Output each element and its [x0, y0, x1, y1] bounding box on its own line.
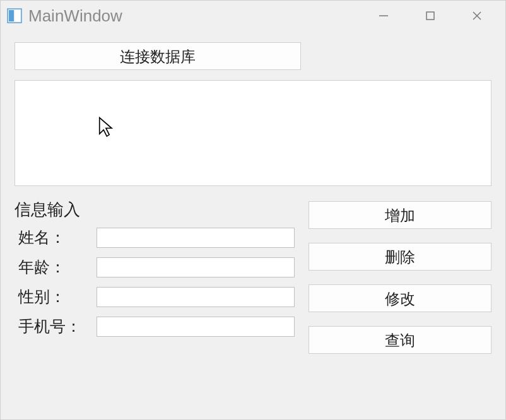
row-age: 年龄：: [15, 257, 295, 277]
lower-area: 信息输入 姓名： 年龄： 性别： 手机号：: [15, 199, 491, 354]
input-name[interactable]: [97, 228, 295, 248]
svg-rect-1: [9, 10, 14, 21]
input-phone[interactable]: [97, 317, 295, 337]
modify-button[interactable]: 修改: [309, 284, 491, 312]
close-button[interactable]: [454, 1, 500, 31]
add-button[interactable]: 增加: [309, 201, 491, 229]
form-column: 信息输入 姓名： 年龄： 性别： 手机号：: [15, 199, 295, 354]
form-section-title: 信息输入: [15, 199, 295, 221]
window-title: MainWindow: [28, 6, 122, 26]
svg-rect-2: [15, 10, 20, 21]
input-gender[interactable]: [97, 287, 295, 307]
main-window: MainWindow 连接数据库: [0, 0, 506, 420]
action-buttons-column: 增加 删除 修改 查询: [309, 199, 491, 354]
delete-button[interactable]: 删除: [309, 243, 491, 271]
app-icon: [7, 8, 22, 23]
label-name: 姓名：: [15, 227, 97, 248]
maximize-button[interactable]: [407, 1, 454, 31]
minimize-button[interactable]: [360, 1, 407, 31]
titlebar: MainWindow: [1, 1, 505, 31]
result-display[interactable]: [15, 80, 491, 186]
svg-rect-4: [427, 12, 434, 20]
label-gender: 性别：: [15, 286, 97, 307]
label-phone: 手机号：: [15, 316, 97, 337]
row-phone: 手机号：: [15, 316, 295, 337]
label-age: 年龄：: [15, 257, 97, 277]
connect-db-button[interactable]: 连接数据库: [15, 42, 301, 70]
query-button[interactable]: 查询: [309, 326, 491, 354]
input-age[interactable]: [97, 257, 295, 277]
client-area: 连接数据库 信息输入 姓名： 年龄：: [1, 31, 505, 419]
connect-row: 连接数据库: [15, 42, 491, 70]
row-gender: 性别：: [15, 286, 295, 307]
cursor-icon: [97, 116, 115, 141]
row-name: 姓名：: [15, 227, 295, 248]
